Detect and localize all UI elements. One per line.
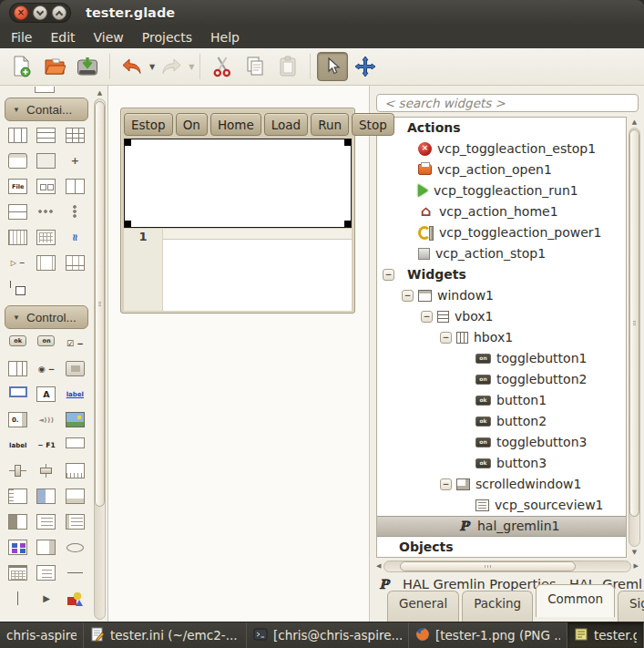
cellview-icon[interactable] [36, 540, 56, 555]
tree-scrollbar-thumb[interactable] [629, 129, 639, 518]
tree-expander[interactable]: − [440, 332, 452, 344]
tree-row[interactable]: vcp_sourceview1 [377, 495, 626, 516]
scroll-up-icon[interactable]: ▲ [632, 117, 637, 128]
progressbar-icon[interactable] [36, 489, 56, 504]
iconview-grid-icon[interactable] [36, 230, 56, 245]
sourceview-text-area[interactable] [163, 240, 352, 311]
tab-signals[interactable]: Signals [618, 591, 644, 622]
table-icon[interactable] [66, 128, 85, 143]
tree-row[interactable]: −scrolledwindow1 [377, 474, 626, 495]
copy-button[interactable] [240, 52, 271, 81]
tree-row[interactable]: −window1 [377, 285, 626, 306]
alignment-icon[interactable] [36, 153, 56, 169]
palette-scrollbar-trough[interactable] [94, 98, 106, 620]
taskbar-item[interactable]: [chris@chris-aspire... [247, 622, 409, 648]
selection-handle[interactable] [125, 139, 131, 146]
tab-general[interactable]: General [387, 591, 459, 622]
hscale-icon[interactable] [8, 463, 27, 478]
fixed-icon[interactable] [66, 153, 85, 169]
label-icon[interactable] [8, 437, 27, 453]
hpaned-icon[interactable] [66, 179, 85, 194]
design-window-window1[interactable]: EstopOnHomeLoadRunStop 1 [120, 108, 355, 314]
scroll-up-icon[interactable]: ▲ [97, 87, 102, 98]
search-input[interactable] [376, 94, 639, 112]
tree-row[interactable]: −hbox1 [377, 327, 626, 348]
design-sourceview[interactable]: 1 [124, 229, 352, 311]
undo-button[interactable] [117, 52, 148, 81]
togglebutton-icon[interactable] [37, 335, 55, 346]
taskbar-item[interactable]: tester.gla... [567, 622, 644, 648]
frame-icon[interactable] [8, 153, 27, 169]
linkbutton-icon[interactable] [66, 386, 85, 402]
spinbutton-icon[interactable] [8, 412, 27, 427]
redo-button[interactable] [156, 52, 187, 81]
palette-section-controls[interactable]: ▼Control... [5, 305, 88, 329]
design-canvas[interactable]: EstopOnHomeLoadRunStop 1 [108, 86, 370, 622]
expander-icon[interactable] [8, 255, 27, 271]
menu-view[interactable]: View [85, 27, 133, 47]
design-button-load[interactable]: Load [264, 113, 308, 136]
paste-button[interactable] [272, 52, 303, 81]
scroll-down-icon[interactable]: ▼ [632, 547, 637, 558]
tree-row[interactable]: vcp_toggleaction_estop1 [377, 139, 626, 159]
tree-row[interactable]: −Widgets [377, 264, 626, 285]
hscrollbar-thumb[interactable] [400, 561, 577, 571]
eventbox-icon[interactable] [8, 514, 27, 530]
tree-scrollbar[interactable]: ▲ ▼ [627, 117, 642, 558]
vbuttonbox-icon[interactable] [66, 204, 85, 220]
fixed-placement-icon[interactable] [8, 281, 27, 296]
selector-button[interactable] [317, 52, 348, 81]
taskbar-item[interactable]: tester.ini (~/emc2-... [84, 622, 247, 648]
layout-icon[interactable] [8, 230, 27, 245]
iconview-icon[interactable] [8, 540, 27, 555]
tree-row[interactable]: vcp_action_home1 [377, 201, 626, 222]
scroll-right-icon[interactable]: ▶ [634, 561, 639, 571]
drag-resize-button[interactable] [350, 52, 381, 81]
radiobutton-icon[interactable] [36, 361, 56, 376]
selection-handle[interactable] [344, 221, 351, 227]
hruler-icon[interactable] [66, 463, 85, 478]
cut-button[interactable] [207, 52, 238, 81]
palette-section-containers[interactable]: ▼Contai... [5, 98, 88, 121]
calendar-icon[interactable] [8, 565, 27, 581]
combobox-icon[interactable] [66, 361, 85, 376]
hscrollbar-trough[interactable] [383, 561, 630, 572]
notebook-icon[interactable] [36, 179, 56, 194]
minimize-button-icon[interactable] [33, 5, 47, 20]
scroll-left-icon[interactable]: ◀ [376, 561, 381, 571]
menu-edit[interactable]: Edit [41, 27, 84, 47]
menu-help[interactable]: Help [201, 27, 249, 47]
arrow-icon[interactable] [36, 591, 56, 606]
menu-file[interactable]: File [2, 27, 41, 47]
vruler-icon[interactable] [8, 489, 27, 504]
design-button-on[interactable]: On [176, 113, 208, 136]
taskbar-item[interactable]: chris-aspire... [0, 622, 84, 648]
close-button-icon[interactable]: × [14, 5, 28, 20]
tree-row[interactable]: button3 [377, 453, 626, 474]
palette-scrollbar[interactable]: ▲ [93, 87, 107, 620]
clipped-widget-icon[interactable] [35, 87, 55, 93]
vseparator-icon[interactable] [8, 591, 27, 606]
tree-row[interactable]: hal_gremlin1 [377, 516, 626, 537]
vpaned-icon[interactable] [8, 204, 27, 220]
textentry-icon[interactable] [66, 437, 85, 448]
tree-row[interactable]: −Actions [377, 118, 626, 139]
tree-row[interactable]: button1 [377, 390, 626, 411]
checkbutton-icon[interactable] [66, 335, 85, 351]
palette-scrollbar-thumb[interactable] [95, 101, 105, 507]
viewport-icon[interactable] [36, 255, 56, 271]
tree-row[interactable]: Objects [377, 537, 626, 558]
tree-row[interactable]: togglebutton3 [377, 432, 626, 453]
tree-row[interactable]: −vbox1 [377, 306, 626, 327]
button-icon[interactable] [9, 335, 26, 346]
design-button-estop[interactable]: Estop [124, 113, 173, 136]
new-file-button[interactable] [6, 52, 37, 81]
tree-row[interactable]: togglebutton1 [377, 348, 626, 369]
radiobutton-box-icon[interactable] [8, 361, 27, 376]
tree-expander[interactable]: − [402, 290, 414, 302]
design-button-run[interactable]: Run [311, 113, 349, 136]
tree-row[interactable]: button2 [377, 411, 626, 432]
tree-row[interactable]: vcp_toggleaction_run1 [377, 180, 626, 201]
design-button-stop[interactable]: Stop [352, 113, 394, 136]
accellabel-icon[interactable] [36, 437, 56, 453]
